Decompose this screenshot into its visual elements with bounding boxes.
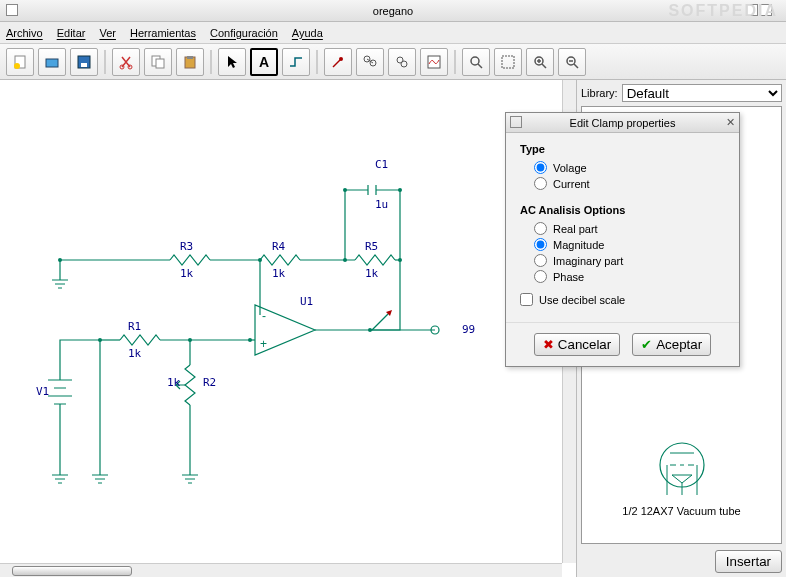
new-button[interactable] [6, 48, 34, 76]
svg-rect-4 [81, 63, 87, 67]
canvas-area[interactable]: - + [0, 80, 576, 577]
label-r2-val: 1k [167, 376, 180, 389]
label-c1-val: 1u [375, 198, 388, 211]
schematic: - + [0, 80, 562, 563]
label-net99: 99 [462, 323, 475, 336]
label-r3-val: 1k [180, 267, 193, 280]
scrollbar-horizontal[interactable] [0, 563, 562, 577]
close-icon[interactable]: ✕ [726, 116, 735, 129]
label-r4-val: 1k [272, 267, 285, 280]
checkbox-decibel[interactable]: Use decibel scale [520, 293, 725, 306]
menu-configuracion[interactable]: Configuración [210, 27, 278, 39]
part-name: 1/2 12AX7 Vacuum tube [622, 505, 740, 517]
dialog-icon [510, 116, 522, 128]
select-tool[interactable] [218, 48, 246, 76]
radio-phase[interactable]: Phase [534, 270, 725, 283]
label-r3: R3 [180, 240, 193, 253]
clamp-properties-dialog: Edit Clamp properties ✕ Type Volage Curr… [505, 112, 740, 367]
window-title: oregano [373, 5, 413, 17]
label-r1: R1 [128, 320, 141, 333]
menubar: Archivo Editar Ver Herramientas Configur… [0, 22, 786, 44]
svg-rect-10 [187, 56, 193, 59]
menu-herramientas[interactable]: Herramientas [130, 27, 196, 39]
menu-archivo[interactable]: Archivo [6, 27, 43, 39]
label-c1: C1 [375, 158, 388, 171]
toolbar: A [0, 44, 786, 80]
label-r2: R2 [203, 376, 216, 389]
radio-real[interactable]: Real part [534, 222, 725, 235]
app-icon [6, 4, 18, 16]
svg-point-11 [339, 57, 343, 61]
maximize-button[interactable] [760, 4, 772, 16]
library-select[interactable]: Default [622, 84, 782, 102]
probe-tool[interactable] [324, 48, 352, 76]
paste-button[interactable] [176, 48, 204, 76]
accept-icon: ✔ [641, 337, 652, 352]
radio-magnitude[interactable]: Magnitude [534, 238, 725, 251]
label-r1-val: 1k [128, 347, 141, 360]
cut-button[interactable] [112, 48, 140, 76]
zoom-out-button[interactable] [558, 48, 586, 76]
dialog-titlebar[interactable]: Edit Clamp properties ✕ [506, 113, 739, 133]
cancel-icon: ✖ [543, 337, 554, 352]
cancel-button[interactable]: ✖Cancelar [534, 333, 620, 356]
radio-current[interactable]: Current [534, 177, 725, 190]
text-tool[interactable]: A [250, 48, 278, 76]
open-button[interactable] [38, 48, 66, 76]
menu-ayuda[interactable]: Ayuda [292, 27, 323, 39]
svg-rect-2 [46, 59, 58, 67]
svg-rect-18 [502, 56, 514, 68]
zoom-area-button[interactable] [462, 48, 490, 76]
label-r5: R5 [365, 240, 378, 253]
label-v1: V1 [36, 385, 49, 398]
radio-voltage[interactable]: Volage [534, 161, 725, 174]
svg-text:-: - [262, 309, 266, 323]
svg-text:+: + [260, 337, 267, 351]
copy-button[interactable] [144, 48, 172, 76]
zoom-in-button[interactable] [526, 48, 554, 76]
label-r5-val: 1k [365, 267, 378, 280]
radio-imaginary[interactable]: Imaginary part [534, 254, 725, 267]
menu-ver[interactable]: Ver [99, 27, 116, 39]
plot-button[interactable] [420, 48, 448, 76]
dialog-title: Edit Clamp properties [570, 117, 676, 129]
library-label: Library: [581, 87, 618, 99]
svg-point-17 [471, 57, 479, 65]
insert-button[interactable]: Insertar [715, 550, 782, 573]
accept-button[interactable]: ✔Aceptar [632, 333, 711, 356]
parts-button[interactable] [356, 48, 384, 76]
svg-point-1 [14, 63, 20, 69]
type-heading: Type [520, 143, 725, 155]
label-u1: U1 [300, 295, 313, 308]
minimize-button[interactable] [746, 4, 758, 16]
titlebar: oregano SOFTPEDIA [0, 0, 786, 22]
svg-rect-8 [156, 59, 164, 68]
label-r4: R4 [272, 240, 285, 253]
run-button[interactable] [388, 48, 416, 76]
vacuum-tube-icon [642, 435, 722, 505]
ac-heading: AC Analisis Options [520, 204, 725, 216]
save-button[interactable] [70, 48, 98, 76]
zoom-fit-button[interactable] [494, 48, 522, 76]
wire-tool[interactable] [282, 48, 310, 76]
svg-point-15 [401, 61, 407, 67]
menu-editar[interactable]: Editar [57, 27, 86, 39]
